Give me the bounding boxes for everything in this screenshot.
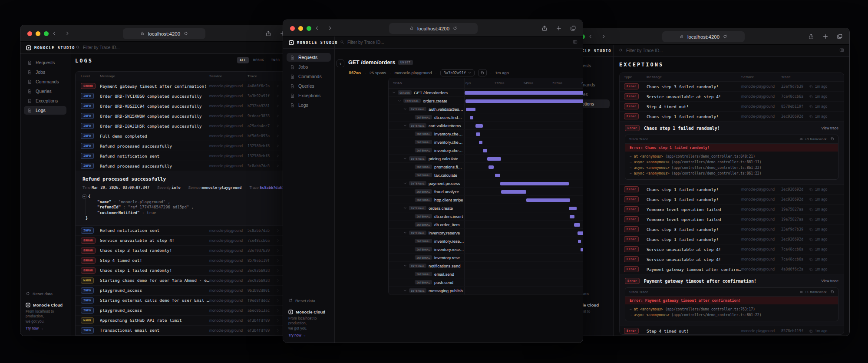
chevron-right-icon[interactable] — [274, 114, 281, 118]
reload-icon[interactable] — [453, 26, 457, 31]
log-row[interactable]: INFO Refund notification sent monocle-pl… — [76, 226, 307, 236]
collapse-icon[interactable]: − — [83, 195, 86, 198]
span-row[interactable]: INTERNAL messaging.publish 4.46s — [389, 287, 583, 295]
copy-icon[interactable] — [806, 198, 815, 201]
chevron-down-icon[interactable] — [403, 124, 407, 128]
trace-filter-input[interactable]: Filter by Trace ID... — [335, 36, 583, 48]
chevron-right-icon[interactable] — [274, 289, 281, 292]
exception-row[interactable]: Error Chaos step 1 failed randomly! mono… — [620, 112, 844, 122]
sidebar-nav-item[interactable]: Requests — [287, 53, 331, 62]
log-row[interactable]: ERROR Chaos step 1 failed randomly! mono… — [76, 266, 307, 276]
share-icon[interactable] — [540, 24, 549, 33]
chevron-down-icon[interactable] — [403, 264, 407, 268]
chevron-right-icon[interactable] — [274, 329, 281, 332]
chevron-right-icon[interactable] — [274, 309, 281, 312]
reload-icon[interactable] — [723, 34, 727, 40]
span-row[interactable]: INTERNAL promotions.findApplicab... 31ms — [389, 163, 583, 171]
span-row[interactable]: INTERNAL inventory.checkStock 19ms — [389, 138, 583, 146]
span-row[interactable]: INTERNAL inventory.reserveItem 18ms — [389, 237, 583, 245]
span-row[interactable]: INTERNAL db.order_items.insertMa... 36ms — [389, 221, 583, 229]
zoom-window-button[interactable] — [307, 26, 311, 31]
exception-row[interactable]: Error Service unavailable at step 4! mon… — [620, 244, 844, 254]
back-icon[interactable] — [50, 29, 59, 38]
copy-icon[interactable] — [806, 208, 815, 211]
log-row[interactable]: INFO Order ORD-SN15XWOW completed succes… — [76, 111, 307, 121]
forward-icon[interactable] — [599, 32, 608, 41]
exception-row[interactable]: Error Chaos step 1 failed randomly! mono… — [620, 234, 844, 244]
span-row[interactable]: SERVER GET /demo/orders 862ms — [389, 89, 583, 97]
forward-icon[interactable] — [326, 24, 334, 33]
chevron-right-icon[interactable] — [274, 299, 281, 302]
view-trace-link[interactable]: View trace — [821, 126, 838, 130]
new-tab-icon[interactable] — [821, 32, 830, 41]
columns-icon[interactable] — [839, 48, 844, 53]
minimize-window-button[interactable] — [36, 31, 40, 36]
try-now-link[interactable]: Try now → — [288, 333, 329, 337]
chevron-right-icon[interactable] — [274, 124, 281, 128]
chevron-right-icon[interactable] — [274, 259, 281, 262]
chevron-right-icon[interactable] — [274, 94, 281, 98]
sidebar-nav-item[interactable]: Exceptions — [24, 96, 66, 105]
trace-id-dropdown[interactable]: 3a3b92a91f — [440, 69, 475, 76]
log-row[interactable]: INFO Full demo completed monocle-playgro… — [76, 131, 307, 141]
log-row[interactable]: ERROR Step 4 timed out! monocle-playgrou… — [76, 256, 307, 266]
address-bar[interactable]: localhost:4200 — [123, 28, 205, 39]
chevron-down-icon[interactable] — [403, 182, 407, 185]
exception-row[interactable]: Error Chaos step 3 failed randomly! mono… — [620, 82, 844, 92]
chevron-right-icon[interactable] — [274, 144, 281, 148]
exception-row[interactable]: Error Chaos step 1 failed randomly! mono… — [620, 195, 844, 205]
span-row[interactable]: INTERNAL orders.create 45ms — [389, 204, 583, 212]
exception-row[interactable]: Error Payment gateway timeout after conf… — [620, 264, 844, 274]
chevron-down-icon[interactable] — [403, 107, 407, 111]
span-row[interactable]: INTERNAL inventory.reserveItem 17ms — [389, 254, 583, 262]
exception-row[interactable]: Error Step 4 timed out! monocle-playgrou… — [620, 326, 844, 335]
copy-icon[interactable] — [830, 290, 834, 294]
sidebar-nav-item[interactable]: Requests — [24, 58, 66, 67]
traffic-lights[interactable] — [290, 26, 311, 31]
tab-overview-icon[interactable] — [569, 24, 578, 33]
chevron-right-icon[interactable] — [274, 84, 281, 88]
chevron-right-icon[interactable] — [274, 164, 281, 168]
span-row[interactable]: INTERNAL email.send 71ms — [389, 270, 583, 278]
sidebar-nav-item[interactable]: Logs — [24, 106, 66, 115]
chevron-right-icon[interactable] — [274, 269, 281, 272]
forward-icon[interactable] — [63, 29, 72, 38]
zoom-window-button[interactable] — [44, 31, 49, 36]
copy-trace-button[interactable] — [478, 69, 487, 76]
address-bar[interactable]: localhost:4200 — [389, 23, 478, 34]
log-row[interactable]: ERROR Service unavailable at step 4! mon… — [76, 236, 307, 246]
span-row[interactable]: INTERNAL db.orders.insert 29ms — [389, 212, 583, 221]
span-row[interactable]: INTERNAL cart.validateItems 44ms — [389, 122, 583, 130]
log-filter-pill[interactable]: DEBUG — [251, 57, 267, 63]
chevron-right-icon[interactable] — [274, 279, 281, 282]
log-row[interactable]: INFO Refund processed successfully monoc… — [76, 161, 307, 171]
span-row[interactable]: INTERNAL payment.process 409ms — [389, 179, 583, 188]
chevron-right-icon[interactable] — [274, 319, 281, 322]
copy-icon[interactable] — [806, 248, 815, 251]
span-row[interactable]: INTERNAL inventory.checkStock 28ms — [389, 130, 583, 138]
trace-filter-input[interactable]: Filter by Trace ID... — [70, 42, 307, 53]
log-row[interactable]: INFO playground_access monocle-playgroun… — [76, 286, 307, 296]
sidebar-nav-item[interactable]: Jobs — [287, 63, 331, 71]
log-filter-pill[interactable]: ALL — [237, 57, 249, 63]
chevron-right-icon[interactable] — [274, 154, 281, 158]
copy-icon[interactable] — [806, 105, 815, 109]
chevron-right-icon[interactable] — [274, 239, 281, 242]
sidebar-nav-item[interactable]: Queries — [24, 87, 66, 96]
chevron-down-icon[interactable] — [403, 157, 407, 161]
framework-toggle[interactable]: +3 framework — [799, 137, 827, 141]
log-row[interactable]: INFO Refund notification sent monocle-pl… — [76, 151, 307, 161]
back-icon[interactable] — [313, 24, 321, 33]
span-row[interactable]: INTERNAL orders.create 855ms — [389, 97, 583, 105]
chevron-down-icon[interactable] — [392, 91, 396, 95]
exception-row[interactable]: Error Service unavailable at step 4! mon… — [620, 254, 844, 264]
log-row[interactable]: INFO Order ORD-VBSZIC94 completed succes… — [76, 101, 307, 111]
close-window-button[interactable] — [290, 26, 295, 31]
span-row[interactable]: INTERNAL db.users.findById 22ms — [389, 113, 583, 122]
span-row[interactable]: INTERNAL notifications.send 103ms — [389, 262, 583, 270]
exception-row[interactable]: Error Chaos step 3 failed randomly! mono… — [620, 224, 844, 234]
copy-icon[interactable] — [806, 95, 815, 99]
copy-icon[interactable] — [806, 257, 815, 261]
exception-row[interactable]: Error Chaos step 1 failed randomly! mono… — [620, 185, 844, 195]
sidebar-nav-item[interactable]: Commands — [24, 77, 66, 86]
